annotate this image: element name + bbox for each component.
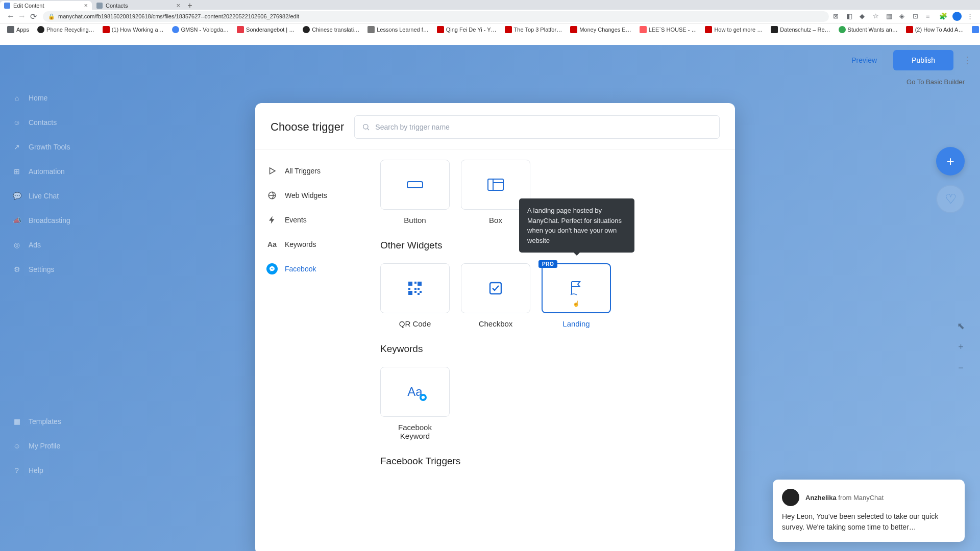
forward-button[interactable]: → <box>16 11 28 22</box>
preview-button[interactable]: Preview <box>841 51 887 69</box>
bookmark-favicon <box>771 26 778 33</box>
trigger-facebook-keyword[interactable]: Aa Facebook Keyword <box>380 367 450 440</box>
trigger-checkbox[interactable]: Checkbox <box>461 263 530 328</box>
sidebar-item-profile[interactable]: ☺My Profile <box>0 434 122 458</box>
sidebar-item-help[interactable]: ?Help <box>0 458 122 483</box>
sidebar-item[interactable]: ⊞Automation <box>0 159 122 184</box>
category-keywords[interactable]: Aa Keywords <box>255 232 365 257</box>
tab-close-icon[interactable]: × <box>84 2 88 9</box>
more-menu-icon[interactable]: ⋮ <box>960 55 975 66</box>
go-basic-builder-link[interactable]: Go To Basic Builder <box>906 78 965 86</box>
url-field[interactable]: 🔒 manychat.com/fb198150208192061​8/cms/f… <box>43 11 829 22</box>
zoom-in-icon[interactable]: + <box>958 342 964 353</box>
bookmark-item[interactable]: (2) How To Add A… <box>904 25 966 34</box>
svg-rect-9 <box>418 282 422 286</box>
sidebar-item[interactable]: 💬Live Chat <box>0 184 122 208</box>
sidebar-item[interactable]: ⚙Settings <box>0 257 122 282</box>
search-input[interactable] <box>375 123 712 131</box>
browser-chrome: Edit Content × Contacts × + ← → ⟳ 🔒 many… <box>0 0 980 45</box>
bookmark-item[interactable]: Student Wants an… <box>837 25 900 34</box>
bookmark-item[interactable]: Chinese translati… <box>301 25 361 34</box>
trigger-card-box[interactable]: PRO ☝ <box>542 263 611 313</box>
modal-title: Choose trigger <box>271 120 344 134</box>
tab-title: Contacts <box>106 3 128 9</box>
trigger-button[interactable]: Button <box>380 160 450 224</box>
extensions-menu-icon[interactable]: 🧩 <box>939 12 947 20</box>
svg-line-1 <box>368 129 369 130</box>
new-tab-button[interactable]: + <box>185 1 195 10</box>
back-button[interactable]: ← <box>5 11 16 22</box>
sidebar-item[interactable]: 📣Broadcasting <box>0 208 122 233</box>
extension-icon[interactable]: ▦ <box>886 12 894 20</box>
category-facebook[interactable]: Facebook <box>255 257 365 281</box>
search-icon <box>362 123 370 131</box>
trigger-card-box[interactable] <box>461 263 530 313</box>
bookmark-item[interactable]: Phone Recycling… <box>35 25 96 34</box>
favorite-fab[interactable]: ♡ <box>936 185 965 213</box>
trigger-card-box[interactable] <box>380 160 450 210</box>
extension-icon[interactable]: ◆ <box>860 12 868 20</box>
youtube-icon <box>103 26 110 33</box>
templates-icon: ▦ <box>12 417 21 426</box>
sidebar-item[interactable]: ☺Contacts <box>0 110 122 135</box>
bookmark-item[interactable]: Sonderangebot | … <box>235 25 297 34</box>
publish-button[interactable]: Publish <box>893 50 953 70</box>
bookmark-item[interactable]: The Top 3 Platfor… <box>503 25 565 34</box>
bookmark-favicon <box>37 26 44 33</box>
extension-icon[interactable]: ◈ <box>899 12 908 20</box>
reload-button[interactable]: ⟳ <box>28 11 39 22</box>
sidebar-item-templates[interactable]: ▦Templates <box>0 409 122 434</box>
sidebar-item[interactable]: ⌂Home <box>0 86 122 110</box>
zoom-out-icon[interactable]: − <box>958 363 964 373</box>
bookmark-item[interactable]: (1) How Working a… <box>101 25 166 34</box>
sidebar-item[interactable]: ◎Ads <box>0 233 122 257</box>
sidebar-item[interactable]: ↗Growth Tools <box>0 135 122 159</box>
bookmark-item[interactable]: How to get more … <box>703 25 765 34</box>
bookmark-item[interactable]: Qing Fei De Yi - Y… <box>435 25 499 34</box>
category-all-triggers[interactable]: All Triggers <box>255 159 365 183</box>
youtube-icon <box>705 26 712 33</box>
trigger-card-box[interactable] <box>380 263 450 313</box>
bookmark-item[interactable]: LEE´S HOUSE - … <box>638 25 699 34</box>
tab-title: Edit Content <box>13 3 44 9</box>
home-icon: ⌂ <box>12 93 21 103</box>
help-icon: ? <box>12 466 21 475</box>
extension-icon[interactable]: ◧ <box>846 12 854 20</box>
tab-favicon <box>4 3 10 9</box>
extension-icon[interactable]: ⊡ <box>913 12 921 20</box>
bookmark-favicon <box>303 26 310 33</box>
bookmark-item[interactable]: Lessons Learned f… <box>365 25 431 34</box>
bookmark-item[interactable]: Money Changes E… <box>568 25 633 34</box>
browser-menu-icon[interactable]: ⋮ <box>967 12 975 20</box>
chat-widget[interactable]: Anzhelika from ManyChat Hey Leon, You've… <box>773 480 965 542</box>
trigger-qr-code[interactable]: QR Code <box>380 263 450 328</box>
youtube-icon <box>437 26 444 33</box>
bookmark-star-icon[interactable]: ☆ <box>873 12 881 20</box>
translate-icon[interactable]: ⊠ <box>833 12 841 20</box>
extension-icon[interactable]: ≡ <box>926 12 934 20</box>
chat-header: Anzhelika from ManyChat <box>782 489 955 506</box>
bookmark-item[interactable]: Apps <box>5 25 31 34</box>
trigger-label: Checkbox <box>479 319 513 328</box>
trigger-landing[interactable]: PRO ☝ Landing A landing page hosted by M… <box>542 263 611 328</box>
browser-tab-active[interactable]: Edit Content × <box>0 1 92 10</box>
url-text: manychat.com/fb198150208192061​8/cms/fil… <box>58 13 299 19</box>
canvas-controls: ⬉ + − <box>957 320 965 373</box>
trigger-label: Landing <box>562 319 590 328</box>
trigger-label: Button <box>404 216 426 224</box>
profile-avatar[interactable] <box>952 12 962 21</box>
add-fab[interactable]: + <box>936 147 965 176</box>
bookmark-item[interactable]: Datenschutz – Re… <box>769 25 832 34</box>
bookmark-item[interactable]: GMSN - Vologda… <box>170 25 231 34</box>
search-field[interactable] <box>354 115 720 139</box>
ads-icon: ◎ <box>12 240 21 249</box>
trigger-card-box[interactable]: Aa <box>380 367 450 417</box>
category-web-widgets[interactable]: Web Widgets <box>255 183 365 208</box>
bookmark-item[interactable]: Download - Cooki… <box>970 25 980 34</box>
category-events[interactable]: Events <box>255 208 365 232</box>
browser-tab[interactable]: Contacts × <box>92 1 184 10</box>
pointer-icon[interactable]: ⬉ <box>957 320 965 332</box>
svg-rect-4 <box>407 182 423 188</box>
tab-close-icon[interactable]: × <box>176 2 180 9</box>
modal-body: All Triggers Web Widgets Events Aa Keywo… <box>255 149 735 551</box>
